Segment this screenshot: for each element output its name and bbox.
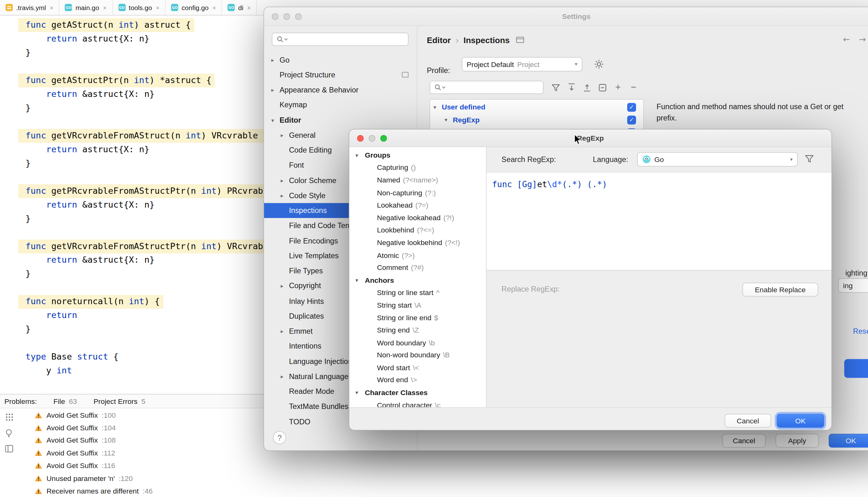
inspection-tree-row[interactable]: ▾RegExp✓ [430, 114, 643, 126]
settings-nav-item[interactable]: ▾Editor [264, 113, 417, 128]
minimize-button[interactable] [368, 134, 375, 141]
editor-tab[interactable]: config.go× [166, 0, 222, 15]
editor-tab[interactable]: di× [222, 0, 257, 15]
filter-icon[interactable] [551, 83, 560, 91]
regex-construct-item[interactable]: Lookbehind(?<=) [349, 224, 486, 237]
construct-syntax: (?>) [402, 251, 415, 259]
enable-replace-button[interactable]: Enable Replace [742, 283, 818, 297]
square-minus-icon[interactable] [598, 83, 606, 91]
editor-tab[interactable]: main.go× [59, 0, 113, 15]
layout-panel-icon[interactable] [5, 445, 14, 454]
regex-construct-item[interactable]: Negative lookahead(?!) [349, 211, 486, 224]
regex-construct-item[interactable]: Non-capturing(?:) [349, 186, 486, 199]
settings-apply-button[interactable]: Apply [775, 434, 818, 448]
inspection-tree-row[interactable]: ▾User defined✓ [430, 101, 643, 113]
minimize-button[interactable] [283, 13, 290, 19]
zoom-button[interactable] [295, 13, 302, 19]
regex-construct-item[interactable]: Comment(?#) [349, 261, 486, 274]
selected-row-fragment[interactable] [844, 359, 868, 378]
regex-section-header[interactable]: ▾Groups [349, 149, 486, 161]
regex-construct-item[interactable]: String or line end$ [349, 311, 486, 324]
regex-construct-item[interactable]: Atomic(?>) [349, 249, 486, 261]
breadcrumb-editor[interactable]: Editor [427, 35, 451, 45]
editor-tab[interactable]: tools.go× [113, 0, 166, 15]
filter-icon[interactable] [804, 154, 814, 163]
regex-construct-item[interactable]: Word boundary\b [349, 336, 486, 349]
regex-section-label: Anchors [365, 276, 394, 284]
checkbox-checked[interactable]: ✓ [627, 102, 636, 111]
regex-construct-item[interactable]: Word start\< [349, 361, 486, 374]
settings-ok-button[interactable]: OK [829, 434, 868, 448]
settings-nav-item[interactable]: Keymap [264, 98, 417, 113]
problem-row[interactable]: Receiver names are different:46 [0, 484, 868, 497]
regex-section-header[interactable]: ▾Character Classes [349, 386, 486, 399]
code-text: return astruct{X: n} [26, 143, 150, 157]
tab-close-icon[interactable]: × [156, 4, 159, 11]
code-text: return &astruct{X: n} [26, 198, 155, 212]
problem-row[interactable]: Unused parameter 'n':120 [0, 472, 868, 484]
regexp-cancel-button[interactable]: Cancel [725, 414, 771, 428]
back-arrow-icon[interactable]: ← [843, 34, 850, 44]
regexp-titlebar[interactable]: RegExp [349, 130, 831, 147]
construct-syntax: (?<=) [417, 226, 434, 234]
regex-construct-item[interactable]: Capturing() [349, 161, 486, 174]
severity-dropdown-fragment[interactable]: ing ▾ [838, 279, 868, 293]
settings-search-input[interactable] [272, 33, 408, 46]
tab-label: tools.go [129, 3, 152, 11]
grid-dots-icon[interactable] [5, 413, 14, 422]
regexp-pattern-editor[interactable]: func [Gg]et\d*(.*) (.*) [487, 172, 832, 270]
problems-tab-file[interactable]: File 63 [54, 397, 77, 405]
inspections-search-input[interactable] [430, 81, 544, 94]
regex-construct-item[interactable]: Named(?<name>) [349, 174, 486, 186]
tab-close-icon[interactable]: × [247, 4, 251, 11]
regex-construct-item[interactable]: Lookahead(?=) [349, 199, 486, 211]
tab-close-icon[interactable]: × [103, 4, 107, 11]
code-text: } [26, 157, 30, 170]
inspection-label: User defined [442, 103, 486, 111]
editor-tab[interactable]: .travis.yml× [0, 0, 59, 15]
problem-location: :108 [102, 436, 116, 444]
construct-name: Atomic [377, 251, 399, 259]
close-button[interactable] [357, 134, 364, 141]
reset-link[interactable]: Reset [853, 327, 868, 335]
regex-section-header[interactable]: ▾Anchors [349, 274, 486, 287]
expand-all-icon[interactable] [568, 83, 576, 92]
regex-construct-item[interactable]: String start\A [349, 299, 486, 311]
construct-name: String end [377, 326, 410, 334]
collapse-all-icon[interactable] [583, 83, 591, 92]
breadcrumb: Editor › Inspections [427, 33, 524, 46]
forward-arrow-icon[interactable]: → [859, 34, 866, 44]
regex-construct-item[interactable]: Control character\c [349, 399, 486, 407]
regexp-ok-button[interactable]: OK [777, 414, 824, 428]
search-icon [434, 84, 446, 91]
settings-nav-item[interactable]: ▸Go [264, 52, 417, 67]
zoom-button[interactable] [380, 134, 387, 141]
gear-icon[interactable] [594, 59, 604, 69]
nav-label: Inlay Hints [289, 297, 324, 305]
language-dropdown[interactable]: Go ▾ [637, 152, 798, 167]
add-icon[interactable]: + [614, 82, 622, 93]
checkbox-checked[interactable]: ✓ [627, 115, 636, 124]
settings-nav-item[interactable]: Project Structure [264, 67, 417, 82]
profile-dropdown[interactable]: Project Default Project ▾ [462, 57, 582, 71]
settings-cancel-button[interactable]: Cancel [722, 434, 766, 448]
lightbulb-icon[interactable] [5, 429, 14, 438]
settings-titlebar[interactable]: Settings [264, 7, 868, 26]
close-button[interactable] [272, 13, 279, 19]
tab-close-icon[interactable]: × [50, 4, 53, 11]
breadcrumb-inspections[interactable]: Inspections [464, 35, 510, 45]
remove-icon[interactable]: − [629, 82, 638, 93]
problem-row[interactable]: Avoid Get Suffix:116 [0, 459, 868, 472]
regex-construct-item[interactable]: Negative lookbehind(?<!) [349, 236, 486, 249]
problems-tab-project-errors[interactable]: Project Errors 5 [94, 397, 145, 405]
regex-construct-item[interactable]: String or line start^ [349, 286, 486, 299]
regex-construct-item[interactable]: String end\Z [349, 324, 486, 337]
problem-location: :112 [102, 449, 115, 457]
help-button[interactable]: ? [273, 431, 286, 444]
problem-text: Unused parameter 'n' [46, 474, 115, 482]
regex-construct-item[interactable]: Word end\> [349, 374, 486, 386]
tab-close-icon[interactable]: × [212, 4, 216, 11]
settings-nav-item[interactable]: ▸Appearance & Behavior [264, 82, 417, 98]
regex-construct-item[interactable]: Non-word boundary\B [349, 349, 486, 361]
go-file-icon [171, 4, 179, 11]
